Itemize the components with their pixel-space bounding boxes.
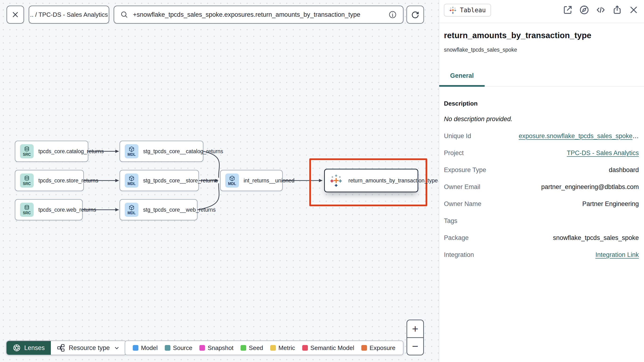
node-label: int_returns__unioned	[244, 177, 294, 184]
description-empty-text: No description provided.	[444, 115, 512, 123]
node-label: stg_tpcds_core__web_returns	[143, 207, 216, 213]
badge-label: MDL	[128, 153, 136, 156]
close-lineage-button[interactable]	[6, 6, 24, 24]
legend-swatch	[165, 345, 170, 351]
graph-node-int-returns-unioned[interactable]: MDL int_returns__unioned	[220, 170, 283, 191]
source-badge: SRC	[20, 144, 34, 158]
field-row-integration: Integration Integration Link	[444, 251, 639, 268]
close-panel-icon[interactable]	[628, 5, 639, 15]
zoom-in-button[interactable]: +	[407, 320, 423, 337]
lenses-label: Lenses	[24, 344, 45, 352]
field-row-owner-email: Owner Email partner_engineering@dbtlabs.…	[444, 183, 639, 200]
legend-item-seed: Seed	[240, 344, 263, 352]
zoom-controls: + −	[406, 320, 424, 355]
graph-node-stg-web-returns[interactable]: MDL stg_tpcds_core__web_returns	[120, 199, 198, 220]
details-field-list: Unique Id exposure.snowflake_tpcds_sales…	[444, 132, 639, 268]
resource-title: return_amounts_by_transaction_type	[444, 31, 591, 40]
field-label: Unique Id	[444, 132, 471, 140]
lineage-canvas[interactable]: SRC tpcds_core.catalog_returns MDL stg_t…	[0, 0, 439, 362]
database-icon	[24, 205, 30, 211]
badge-label: SRC	[23, 211, 31, 215]
node-label: tpcds_core.web_returns	[38, 207, 96, 213]
tab-general[interactable]: General	[439, 72, 485, 79]
graph-node-src-catalog-returns[interactable]: SRC tpcds_core.catalog_returns	[15, 141, 88, 162]
resource-package-subtitle: snowflake_tpcds_sales_spoke	[444, 47, 517, 53]
code-icon[interactable]	[596, 5, 606, 15]
source-badge: SRC	[20, 203, 34, 217]
resource-type-legend: Model Source Snapshot Seed Metric Semant…	[125, 340, 404, 355]
model-badge: MDL	[125, 144, 138, 158]
legend-swatch	[199, 345, 205, 351]
cube-icon	[128, 205, 135, 211]
model-badge: MDL	[225, 173, 239, 188]
tab-active-indicator	[439, 85, 485, 87]
legend-item-model: Model	[133, 344, 158, 352]
lineage-search-input[interactable]: +snowflake_tpcds_sales_spoke.exposures.r…	[114, 6, 404, 24]
field-row-unique-id: Unique Id exposure.snowflake_tpcds_sales…	[444, 132, 639, 149]
breadcrumb-label: .. / TPC-DS - Sales Analytics	[30, 11, 108, 18]
field-row-exposure-type: Exposure Type dashboard	[444, 166, 639, 183]
cube-icon	[229, 175, 235, 182]
zoom-out-button[interactable]: −	[407, 337, 423, 355]
model-badge: MDL	[125, 173, 138, 188]
node-label: tpcds_core.store_returns	[38, 177, 98, 184]
info-icon[interactable]	[388, 10, 397, 19]
badge-label: MDL	[228, 182, 236, 186]
field-label: Integration	[444, 251, 474, 259]
field-label: Tags	[444, 217, 457, 225]
refresh-icon	[411, 10, 420, 19]
integration-link[interactable]: Integration Link	[595, 251, 639, 258]
field-row-package: Package snowflake_tpcds_sales_spoke	[444, 234, 639, 251]
legend-item-source: Source	[165, 344, 192, 352]
panel-header-divider	[439, 23, 644, 23]
owner-name-value: Partner Engineering	[582, 200, 639, 208]
graph-node-stg-catalog-returns[interactable]: MDL stg_tpcds_core__catalog_returns	[120, 141, 203, 162]
open-in-new-icon[interactable]	[562, 5, 573, 15]
badge-label: SRC	[23, 153, 31, 156]
refresh-lineage-button[interactable]	[406, 6, 424, 24]
resource-type-label: Resource type	[69, 344, 110, 352]
graph-node-stg-store-returns[interactable]: MDL stg_tpcds_core__store_returns	[120, 170, 199, 191]
breadcrumb[interactable]: .. / TPC-DS - Sales Analytics	[29, 6, 109, 24]
field-label: Package	[444, 234, 469, 242]
field-row-tags: Tags	[444, 217, 639, 234]
cube-icon	[128, 175, 135, 182]
explore-compass-icon[interactable]	[579, 5, 590, 15]
model-badge: MDL	[125, 203, 138, 217]
tableau-logo-icon	[449, 6, 457, 14]
aperture-icon	[13, 344, 21, 352]
lenses-button[interactable]: Lenses	[6, 341, 51, 355]
search-value: +snowflake_tpcds_sales_spoke.exposures.r…	[133, 11, 384, 18]
badge-label: SRC	[23, 182, 31, 186]
integration-badge-tableau[interactable]: Tableau	[444, 4, 491, 17]
cube-icon	[128, 146, 135, 152]
owner-email-value: partner_engineering@dbtlabs.com	[541, 183, 639, 191]
node-label: stg_tpcds_core__catalog_returns	[143, 148, 223, 155]
badge-label: MDL	[128, 182, 136, 186]
graph-node-src-store-returns[interactable]: SRC tpcds_core.store_returns	[15, 170, 84, 191]
graph-node-src-web-returns[interactable]: SRC tpcds_core.web_returns	[15, 199, 82, 220]
legend-item-metric: Metric	[270, 344, 295, 352]
panel-action-icons	[562, 5, 639, 15]
field-label: Owner Email	[444, 183, 480, 191]
legend-swatch	[361, 345, 367, 351]
share-icon[interactable]	[612, 5, 622, 15]
legend-swatch	[240, 345, 246, 351]
legend-item-exposure: Exposure	[361, 344, 396, 352]
project-link[interactable]: TPC-DS - Sales Analytics	[567, 149, 639, 156]
legend-item-semantic-model: Semantic Model	[302, 344, 354, 352]
legend-swatch	[270, 345, 276, 351]
legend-swatch	[302, 345, 308, 351]
search-icon	[120, 11, 128, 19]
node-label: return_amounts_by_transaction_type	[348, 177, 438, 184]
graph-node-exposure-return-amounts[interactable]: return_amounts_by_transaction_type	[324, 169, 418, 192]
resource-type-dropdown[interactable]: Resource type	[51, 341, 126, 355]
unique-id-link[interactable]: exposure.snowflake_tpcds_sales_spoke	[519, 132, 632, 139]
database-icon	[24, 146, 30, 152]
field-row-owner-name: Owner Name Partner Engineering	[444, 200, 639, 217]
integration-badge-label: Tableau	[460, 7, 486, 14]
unique-id-value: exposure.snowflake_tpcds_sales_spoke…	[519, 132, 639, 140]
tableau-logo-icon	[330, 174, 343, 187]
source-badge: SRC	[20, 173, 34, 188]
field-row-project: Project TPC-DS - Sales Analytics	[444, 149, 639, 166]
